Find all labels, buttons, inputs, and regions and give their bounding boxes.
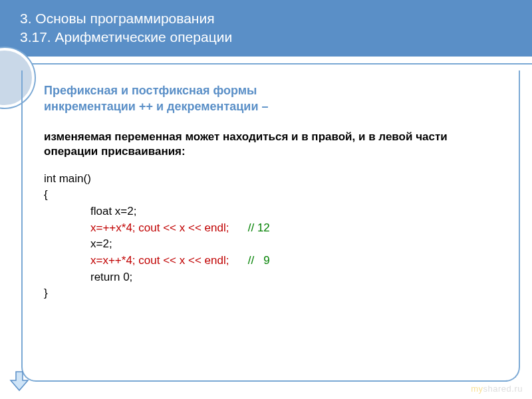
code-comment: // 12 bbox=[248, 221, 270, 234]
code-line: x=++x*4; cout << x << endl; // 12 bbox=[44, 220, 503, 237]
code-red: x=x++*4; cout << x << endl; bbox=[90, 254, 229, 267]
header-divider bbox=[0, 63, 532, 65]
code-line: { bbox=[44, 187, 503, 203]
down-arrow-icon bbox=[8, 370, 31, 392]
content-frame: Префиксная и постфиксная формы инкремент… bbox=[21, 70, 520, 382]
subtitle-line-2: инкрементации ++ и декрементации – bbox=[44, 98, 503, 114]
code-comment: // 9 bbox=[248, 254, 270, 267]
code-line: x=x++*4; cout << x << endl; // 9 bbox=[44, 253, 503, 269]
header-line-2: 3.17. Арифметические операции bbox=[20, 28, 519, 47]
header-line-1: 3. Основы программирования bbox=[20, 9, 519, 28]
code-line: int main() bbox=[44, 171, 503, 188]
watermark-my: my bbox=[471, 384, 483, 394]
subtitle-line-1: Префиксная и постфиксная формы bbox=[44, 82, 503, 98]
watermark-rest: shared.ru bbox=[483, 384, 523, 394]
code-block: int main() { float x=2; x=++x*4; cout <<… bbox=[44, 171, 503, 302]
code-red: x=++x*4; cout << x << endl; bbox=[90, 221, 229, 234]
code-line: return 0; bbox=[44, 269, 503, 286]
watermark: myshared.ru bbox=[471, 384, 523, 394]
code-line: float x=2; bbox=[44, 203, 503, 220]
description-paragraph: изменяемая переменная может находиться и… bbox=[44, 130, 503, 159]
code-line: x=2; bbox=[44, 236, 503, 253]
slide-header: 3. Основы программирования 3.17. Арифмет… bbox=[0, 0, 532, 57]
subtitle: Префиксная и постфиксная формы инкремент… bbox=[44, 82, 503, 115]
code-line: } bbox=[44, 285, 503, 302]
